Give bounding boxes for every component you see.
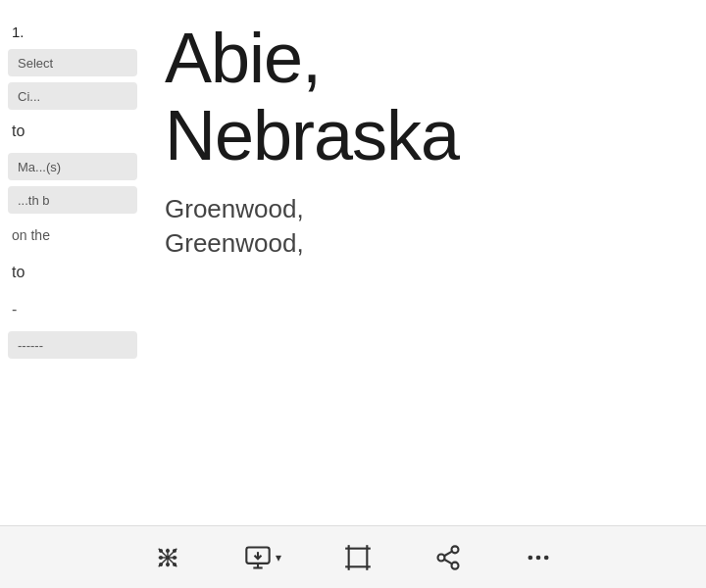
- step-label: 1.: [8, 16, 137, 47]
- svg-point-25: [452, 546, 459, 553]
- monitor-btn-group: ▾: [244, 544, 281, 571]
- main-content: 1. Select Ci... to Ma...(s) ...th b on t…: [0, 0, 706, 525]
- frame-icon: [344, 544, 372, 571]
- toolbar: ▾: [0, 525, 706, 588]
- grid-icon: [154, 544, 181, 571]
- grid-button[interactable]: [146, 536, 189, 579]
- main-title: Abie, Nebraska: [165, 20, 686, 174]
- to1-label: to: [8, 116, 137, 147]
- more-button[interactable]: [517, 536, 560, 579]
- onthe-label: on the: [8, 220, 137, 251]
- svg-point-32: [544, 555, 549, 560]
- svg-rect-16: [349, 548, 368, 566]
- svg-point-30: [529, 555, 533, 560]
- svg-point-27: [452, 562, 459, 568]
- monitor-icon: [244, 544, 272, 571]
- main-title-line1: Abie,: [165, 19, 321, 97]
- share-button[interactable]: [427, 536, 470, 579]
- content-area: Abie, Nebraska Groenwood, Greenwood,: [145, 0, 706, 525]
- greenwood1-entry: Groenwood,: [165, 194, 686, 224]
- share-icon: [434, 544, 462, 571]
- dropdown-arrow: ▾: [276, 551, 281, 564]
- mapmarks-label: Ma...(s): [8, 153, 137, 180]
- to2-label: to: [8, 257, 137, 288]
- month-label: ...th b: [8, 186, 137, 214]
- svg-point-26: [438, 554, 445, 561]
- dotted-label: ------: [8, 331, 137, 359]
- select-label: Select: [8, 49, 137, 76]
- dash-label: -: [8, 294, 137, 325]
- greenwood2-entry: Greenwood,: [165, 228, 686, 259]
- sidebar: 1. Select Ci... to Ma...(s) ...th b on t…: [0, 0, 145, 525]
- frame-button[interactable]: [336, 536, 379, 579]
- more-icon: [525, 544, 552, 571]
- svg-line-28: [444, 559, 452, 564]
- monitor-button[interactable]: ▾: [236, 536, 289, 579]
- svg-point-31: [536, 555, 541, 560]
- svg-line-29: [444, 551, 452, 556]
- main-title-line2: Nebraska: [165, 96, 459, 174]
- cut-label: Ci...: [8, 82, 137, 110]
